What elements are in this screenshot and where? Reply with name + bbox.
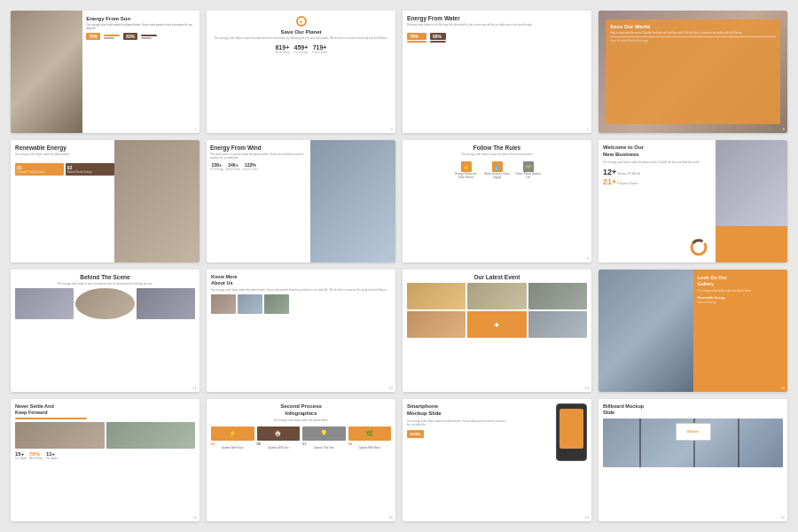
slide-11-cell4 bbox=[407, 311, 466, 338]
slide-1-title: Energy From Sun bbox=[86, 16, 196, 21]
slide-5: Renewable Energy Our energy solar helps … bbox=[11, 140, 200, 262]
slide-14-step4: 🌿 04 Update With More bbox=[348, 426, 392, 450]
slide-4-number: 6 bbox=[783, 127, 785, 131]
slide-2-stat1: 819+ bbox=[275, 44, 289, 51]
slide-7-title: Follow The Rules bbox=[473, 145, 520, 151]
slide-10-title: Know More About Us bbox=[211, 274, 391, 286]
slide-3-text: Running clear mass in our life from the … bbox=[407, 23, 587, 27]
slide-7-icon2: 💧 bbox=[492, 161, 503, 172]
slide-4-text: Help to save and the world. Double the b… bbox=[610, 31, 776, 35]
slide-9-photos bbox=[15, 288, 195, 319]
slide-16-billboard: Billboard bbox=[676, 423, 711, 441]
slide-8-donut bbox=[689, 238, 708, 257]
slide-2-number: 2 bbox=[391, 127, 393, 131]
slide-5-photo bbox=[114, 140, 200, 262]
slide-9-photo3 bbox=[137, 288, 195, 319]
slide-6-photo bbox=[310, 140, 395, 262]
slide-16-photo: Billboard bbox=[603, 419, 783, 467]
slide-13: Never Settle And Keep Forward 15+ For Ta… bbox=[11, 399, 200, 521]
slide-11: Our Latest Event ✦ 13 bbox=[403, 270, 591, 392]
slide-14-step3: 💡 03 Update That Item bbox=[302, 426, 346, 450]
slide-3-stats: 79% 89% bbox=[407, 33, 587, 43]
slide-4: Save Our World Help to save and the worl… bbox=[598, 11, 787, 133]
slide-16: Billboard Mockup Slide Billboard 19 bbox=[598, 399, 787, 521]
slide-11-cell3 bbox=[528, 283, 587, 309]
slide-2: ✦ Save Our Planet The energy solar helps… bbox=[207, 11, 395, 133]
slide-4-title: Save Our World bbox=[610, 24, 776, 29]
slide-10-photo3 bbox=[264, 294, 289, 314]
slide-13-photo1 bbox=[15, 422, 105, 449]
slide-2-icon: ✦ bbox=[296, 16, 307, 27]
slide-11-cell6 bbox=[528, 311, 587, 338]
slide-8-photo bbox=[716, 140, 787, 262]
slide-16-number: 19 bbox=[781, 515, 785, 520]
slide-6-title: Energy From Wind bbox=[210, 145, 305, 151]
slide-11-cell1 bbox=[407, 283, 466, 309]
slide-14-steps: ⚡ 01 Update With Facts 🏠 02 Updates Will… bbox=[211, 426, 391, 450]
slide-8-title: Welcome to Our New Business bbox=[603, 145, 708, 159]
slide-7-icon1: ⚡ bbox=[461, 161, 472, 172]
slide-6-content: Energy From Wind The wind power is used … bbox=[210, 145, 305, 258]
slide-8: Welcome to Our New Business Our energy s… bbox=[598, 140, 787, 262]
slide-9-number: 11 bbox=[193, 386, 197, 390]
slide-8-number: 10 bbox=[781, 256, 785, 261]
slide-11-number: 13 bbox=[585, 386, 589, 390]
slide-13-photo2 bbox=[106, 422, 196, 449]
slide-9-photo2 bbox=[75, 288, 134, 319]
slide-1-photo bbox=[11, 11, 82, 133]
slide-3-stat1: 79% bbox=[407, 33, 426, 40]
slide-5-card2: 02 Natural Solar Energy bbox=[66, 163, 114, 176]
slide-6-stats: 238+ For Energy 246+ Wind Power 122% Fut… bbox=[210, 162, 305, 171]
slide-1-text: Our energy solar helps make the planet b… bbox=[86, 23, 196, 30]
slide-12-content: Look On Our Gallery Our energy solar hel… bbox=[693, 270, 788, 392]
slide-3: Energy From Water Running clear mass in … bbox=[403, 11, 591, 133]
slide-12: Look On Our Gallery Our energy solar hel… bbox=[598, 270, 787, 392]
slide-12-photo bbox=[598, 270, 693, 392]
slide-8-text: Our energy solar helps make the planet b… bbox=[603, 160, 708, 164]
slide-6: Energy From Wind The wind power is used … bbox=[207, 140, 395, 262]
slide-7-text: The energy solar helps to save the plane… bbox=[461, 153, 533, 156]
slide-14-step1: ⚡ 01 Update With Facts bbox=[211, 426, 254, 450]
slide-14-title: Second Process Infographics bbox=[280, 403, 322, 418]
slide-5-cards: 01 Change Practices Daily 02 Natural Sol… bbox=[15, 163, 114, 176]
slide-1-stat1: 79% bbox=[86, 33, 100, 40]
slide-15-phone bbox=[556, 403, 587, 461]
slide-4-overlay: Save Our World Help to save and the worl… bbox=[606, 20, 780, 124]
slide-8-stat2: 21+ bbox=[603, 177, 616, 186]
slide-2-text: The energy solar helps to save the plane… bbox=[215, 36, 388, 40]
slide-13-bar bbox=[15, 418, 87, 419]
slide-13-title: Never Settle And Keep Forward bbox=[15, 403, 195, 416]
slide-13-photos bbox=[15, 422, 195, 449]
slide-10-photo1 bbox=[211, 294, 236, 314]
slide-5-number: 7 bbox=[195, 256, 197, 261]
slide-12-title: Look On Our Gallery bbox=[698, 275, 784, 287]
slide-14: Second Process Infographics Our energy s… bbox=[207, 399, 395, 521]
slide-15-text: Our energy solar helps make the planet b… bbox=[407, 419, 506, 426]
slide-3-title: Energy From Water bbox=[407, 15, 587, 21]
slide-15-badge: 13000+ bbox=[407, 430, 424, 438]
slide-14-number: 16 bbox=[389, 515, 393, 520]
slide-15-title: Smartphone Mockup Slide bbox=[407, 403, 442, 418]
slide-9-photo1 bbox=[15, 288, 74, 319]
slides-grid: Energy From Sun Our energy solar helps m… bbox=[0, 0, 798, 532]
slide-16-title: Billboard Mockup Slide bbox=[603, 403, 783, 416]
slide-14-text: Our energy solar helps make the planet b… bbox=[274, 419, 329, 422]
slide-6-text: The wind power is used to make the plane… bbox=[210, 153, 305, 160]
slide-9-title: Behind The Scene bbox=[15, 274, 195, 280]
slide-7-icons: ⚡ Energy Resources Solar Panels 💧 Water … bbox=[453, 161, 542, 180]
slide-6-number: 8 bbox=[391, 256, 393, 261]
slide-12-text: Our energy solar helps make the planet b… bbox=[698, 289, 784, 293]
slide-7-icon3: 🌱 bbox=[523, 161, 534, 172]
slide-1-content: Energy From Sun Our energy solar helps m… bbox=[86, 16, 196, 128]
slide-2-title: Save Our Planet bbox=[280, 29, 321, 35]
slide-11-title: Our Latest Event bbox=[407, 274, 587, 280]
slide-15: Smartphone Mockup Slide Our energy solar… bbox=[403, 399, 591, 521]
slide-2-stat1-label: World Being bbox=[275, 51, 289, 54]
slide-2-stat2-label: For Energy bbox=[294, 51, 309, 54]
slide-2-stats: 819+ World Being 459+ For Energy 719+ Fu… bbox=[275, 44, 327, 54]
slide-3-stat2: 89% bbox=[430, 33, 446, 40]
slide-10-photos bbox=[211, 294, 391, 314]
slide-12-tag: Renewable Energy bbox=[698, 296, 784, 300]
slide-9-text: The energy solar helps to save the plane… bbox=[15, 282, 195, 286]
slide-13-stats: 15+ For Tasks 78% We Perform 11+ For Tas… bbox=[15, 451, 195, 460]
